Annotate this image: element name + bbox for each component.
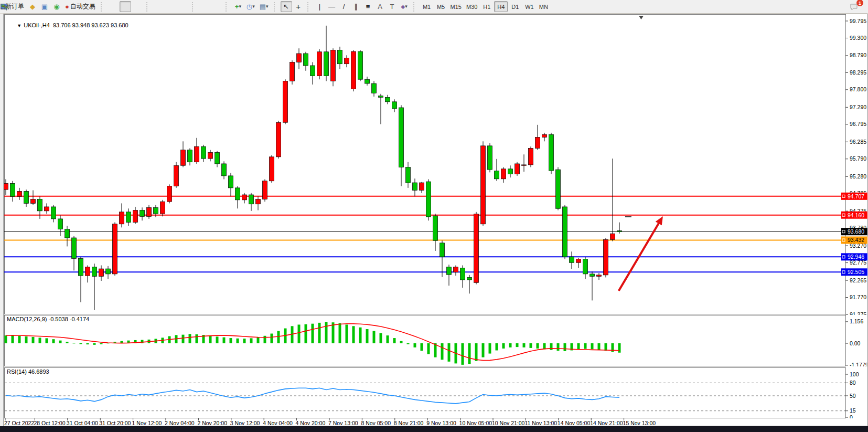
autotrade-icon: ● — [65, 3, 69, 10]
crosshair-tool[interactable]: + — [293, 1, 304, 12]
timeframe-button-M30[interactable]: M30 — [464, 1, 479, 12]
macd-histogram-bar — [373, 331, 376, 343]
candle-body — [481, 146, 486, 224]
candle-body — [563, 207, 567, 257]
timeframe-button-D1[interactable]: D1 — [508, 1, 522, 12]
chart-line-button[interactable] — [132, 1, 143, 12]
candle-body — [610, 234, 615, 239]
shapes-dropdown[interactable]: ◆ ▾ — [399, 1, 410, 12]
timeframe-button-MN[interactable]: MN — [537, 1, 550, 12]
macd-histogram-bar — [66, 342, 69, 343]
add-indicator-dropdown[interactable]: + ▾ — [232, 1, 244, 12]
rsi-pane[interactable]: 1008050150 — [4, 367, 867, 418]
macd-histogram-bar — [482, 343, 485, 357]
chart-window[interactable]: ▼UKOil-,H4 93.706 93.948 93.623 93.680 9… — [4, 14, 867, 426]
fibonacci-icon: ≡ — [366, 3, 370, 10]
price-tick-label: 97.800 — [850, 86, 866, 92]
terminal-button[interactable]: ▣ — [39, 1, 50, 12]
macd-histogram-bar — [352, 326, 355, 343]
macd-histogram-bar — [305, 324, 307, 343]
timeframe-button-H1[interactable]: H1 — [480, 1, 494, 12]
macd-histogram-bar — [250, 338, 253, 343]
macd-pane[interactable]: 1.1560.00-1.1779 — [4, 315, 867, 366]
text-tool[interactable]: A — [374, 1, 386, 12]
price-chart-pane[interactable]: 99.79599.30098.79098.29597.80097.29096.7… — [4, 14, 867, 315]
time-axis-label: 9 Nov 13:00 — [426, 420, 456, 426]
quick-trade-arrow-icon[interactable]: ▼ — [17, 23, 22, 28]
zoom-in-button[interactable] — [153, 1, 165, 12]
macd-histogram-bar — [564, 343, 566, 351]
hline-tool[interactable]: — — [326, 1, 338, 12]
timeframe-button-M1[interactable]: M1 — [420, 1, 434, 12]
auto-scroll-button[interactable] — [199, 1, 210, 12]
candle-body — [201, 146, 206, 159]
market-watch-button[interactable]: ◆ — [27, 1, 38, 12]
macd-histogram-bar — [448, 343, 451, 362]
price-tick-label: 99.795 — [850, 18, 866, 24]
toolbar-separator — [274, 2, 278, 12]
candle-body — [604, 239, 608, 275]
fibonacci-tool[interactable]: ≡ — [362, 1, 374, 12]
timeframe-button-M5[interactable]: M5 — [434, 1, 448, 12]
notifications-button[interactable]: 1 — [849, 1, 861, 12]
macd-histogram-bar — [346, 324, 348, 343]
macd-histogram-bar — [271, 334, 273, 343]
macd-histogram-bar — [523, 343, 526, 347]
candle-body — [535, 137, 540, 148]
channel-tool[interactable]: ∥ — [350, 1, 362, 12]
time-axis-label: 2 Nov 04:00 — [165, 420, 195, 426]
period-dropdown[interactable]: ◷ ▾ — [244, 1, 257, 12]
dropdown-arrow-icon: ▾ — [252, 4, 255, 9]
price-line-label: 94.160 — [848, 212, 864, 218]
chart-candles-button[interactable] — [120, 1, 131, 12]
pane-divider[interactable] — [4, 366, 867, 368]
book-icon: ◆ — [30, 3, 35, 10]
chart-shift-button[interactable] — [211, 1, 222, 12]
macd-histogram-bar — [557, 343, 560, 351]
timeframe-button-M15[interactable]: M15 — [448, 1, 464, 12]
candle-body — [617, 231, 622, 232]
time-axis[interactable]: 27 Oct 202228 Oct 12:0031 Oct 04:0031 Oc… — [4, 418, 867, 427]
candle-body — [365, 79, 370, 83]
candle-body — [31, 199, 36, 204]
candle-body — [283, 81, 288, 122]
candle-body — [440, 243, 445, 257]
candle-body — [140, 210, 145, 217]
trendline-tool[interactable]: / — [338, 1, 350, 12]
candle-body — [133, 210, 138, 223]
zoom-out-button[interactable] — [165, 1, 177, 12]
candle-body — [454, 267, 458, 272]
price-pane-frame — [5, 15, 846, 314]
main-toolbar: 新订单 ◆ ▣ ◉ ● 自动交易 — [0, 0, 868, 14]
chart-bars-button[interactable] — [108, 1, 119, 12]
label-tool[interactable]: T — [387, 1, 398, 12]
timeframe-button-W1[interactable]: W1 — [522, 1, 536, 12]
macd-histogram-bar — [277, 331, 280, 343]
time-axis-label: 27 Oct 2022 — [4, 420, 34, 426]
vline-icon: | — [319, 3, 320, 10]
template-dropdown[interactable]: ▤ ▾ — [258, 1, 271, 12]
candle-body — [426, 182, 431, 217]
candle-body — [126, 212, 131, 223]
macd-histogram-bar — [387, 335, 389, 343]
timeframe-button-H4[interactable]: H4 — [494, 1, 508, 12]
cursor-tool[interactable]: ↖ — [281, 1, 292, 12]
price-tick-label: 96.795 — [850, 121, 866, 127]
vline-tool[interactable]: | — [314, 1, 326, 12]
search-button[interactable] — [837, 1, 849, 12]
chart-header: ▼UKOil-,H4 93.706 93.948 93.623 93.680 — [7, 16, 128, 35]
macd-histogram-bar — [530, 343, 532, 348]
candle-body — [399, 108, 404, 167]
autotrade-button[interactable]: ● 自动交易 — [63, 1, 98, 12]
macd-histogram-bar — [366, 329, 369, 343]
macd-indicator-label: MACD(12,26,9) -0.5038 -0.4174 — [7, 316, 89, 322]
pane-divider[interactable] — [4, 314, 867, 315]
candle-body — [529, 148, 533, 164]
tile-windows-button[interactable] — [177, 1, 189, 12]
price-tick-label: 98.295 — [850, 69, 866, 76]
macd-histogram-bar — [468, 343, 471, 364]
candle-body — [467, 277, 472, 280]
add-indicator-icon: + — [235, 3, 239, 10]
signals-button[interactable]: ◉ — [51, 1, 62, 12]
candle-body — [345, 58, 349, 64]
